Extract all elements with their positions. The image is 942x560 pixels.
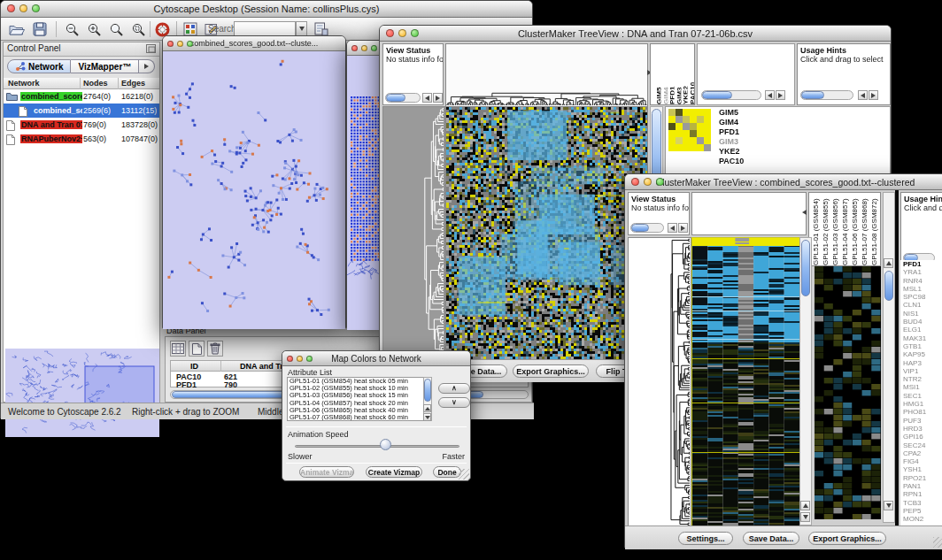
create-vizmap-button[interactable]: Create Vizmap <box>366 466 422 478</box>
done-button[interactable]: Done <box>433 466 461 478</box>
minimize-button[interactable] <box>644 178 652 186</box>
minimize-button[interactable] <box>177 41 183 47</box>
column-label: GPL51-06 (GSM865) <box>851 195 861 265</box>
zoom-heatmap-canvas[interactable] <box>815 266 881 519</box>
close-button[interactable] <box>287 356 293 362</box>
col-network[interactable]: Network <box>8 79 40 88</box>
tab-network[interactable]: Network <box>7 59 71 73</box>
col-edges[interactable]: Edges <box>121 79 145 88</box>
new-attribute-button[interactable] <box>189 341 205 357</box>
scroll-thumb[interactable] <box>702 91 732 99</box>
scroll-up-button[interactable] <box>423 404 431 412</box>
search-dropdown-button[interactable] <box>296 21 307 36</box>
move-up-button[interactable]: ∧ <box>438 383 470 394</box>
network-row[interactable]: RNAPuberNov2+| 563(0) 107847(0) <box>4 132 159 146</box>
scroll-up-button[interactable] <box>800 501 810 510</box>
zoom-button[interactable] <box>371 45 377 51</box>
animate-vizmap-button[interactable]: Animate Vizmap <box>299 466 354 478</box>
scroll-right-button[interactable] <box>433 93 443 103</box>
scroll-thumb[interactable] <box>801 240 810 296</box>
heatmap-canvas[interactable] <box>691 237 800 527</box>
zoom-button[interactable] <box>32 4 40 12</box>
network-canvas[interactable] <box>163 51 345 329</box>
scroll-left-button[interactable] <box>668 223 677 233</box>
network-nodes-count: 769(0) <box>83 120 106 129</box>
zoom-in-button[interactable] <box>85 20 103 38</box>
network-row[interactable]: DNA and Tran 07 769(0) 183728(0) <box>4 118 159 132</box>
network-row[interactable]: combined_scores 2764(0) 16218(0) <box>4 89 159 104</box>
zoom-button[interactable] <box>306 356 313 362</box>
minimize-button[interactable] <box>297 356 303 362</box>
dialog-title-bar[interactable]: Map Colors to Network <box>282 351 470 366</box>
scroll-right-button[interactable] <box>869 90 878 100</box>
network-overview-thumbnail[interactable] <box>5 349 159 437</box>
view-status-title: View Status <box>629 193 689 203</box>
export-graphics-button[interactable]: Export Graphics... <box>513 364 589 378</box>
attribute-select-button[interactable] <box>170 341 186 357</box>
animation-speed-slider-track[interactable] <box>295 445 459 448</box>
row-dendrogram-canvas[interactable] <box>382 106 445 360</box>
scroll-thumb[interactable] <box>386 94 405 102</box>
resize-grip[interactable] <box>933 537 942 548</box>
scroll-left-button[interactable] <box>858 90 868 100</box>
scroll-right-button[interactable] <box>776 90 785 100</box>
animation-speed-slider-thumb[interactable] <box>380 439 391 450</box>
heatmap-canvas[interactable] <box>445 106 648 360</box>
scroll-thumb[interactable] <box>801 91 824 99</box>
zoom-selected-button[interactable] <box>129 20 147 38</box>
attribute-list[interactable]: GPL51-01 (GSM854) heat shock 05 minGPL51… <box>287 377 432 421</box>
new-document-icon <box>192 343 202 355</box>
splitter-arrow-icon[interactable] <box>802 210 807 215</box>
float-panel-icon[interactable] <box>146 44 156 55</box>
scroll-down-button[interactable] <box>800 512 810 522</box>
scroll-left-button[interactable] <box>765 90 775 100</box>
delete-attribute-button[interactable] <box>207 341 223 357</box>
scroll-thumb[interactable] <box>631 224 649 232</box>
row-dendrogram-canvas[interactable] <box>628 237 691 527</box>
move-down-button[interactable]: ∨ <box>438 397 470 408</box>
gene-label: GIM5 <box>716 108 762 118</box>
attribute-item[interactable]: GPL51-07 (GSM868) heat shock 60 min <box>288 414 431 421</box>
zoom-button[interactable] <box>187 41 193 47</box>
scroll-up-button[interactable] <box>884 258 893 268</box>
close-button[interactable] <box>167 41 174 47</box>
close-button[interactable] <box>7 4 15 12</box>
treeview2-title-bar[interactable]: ClusterMaker TreeView : combined_scores_… <box>625 174 942 190</box>
scroll-thumb[interactable] <box>884 271 893 301</box>
resize-grip[interactable] <box>459 469 469 479</box>
search-input[interactable] <box>234 21 296 36</box>
column-dendrogram-area[interactable] <box>691 192 807 235</box>
column-dendrogram-canvas[interactable] <box>445 43 648 107</box>
scroll-left-button[interactable] <box>422 93 432 103</box>
treeview2-window: ClusterMaker TreeView : combined_scores_… <box>624 173 942 548</box>
main-title-bar[interactable]: Cytoscape Desktop (Session Name: collins… <box>1 1 532 18</box>
save-data-button[interactable]: Save Data... <box>743 532 799 545</box>
scroll-thumb[interactable] <box>424 379 431 402</box>
network-row[interactable]: combined_sco 2569(6) 13112(15) <box>4 104 159 118</box>
zoom-button[interactable] <box>411 29 419 37</box>
col-id[interactable]: ID <box>190 362 198 371</box>
minimize-button[interactable] <box>19 4 27 12</box>
arrow-right-icon <box>681 226 685 231</box>
col-nodes[interactable]: Nodes <box>83 79 108 88</box>
network-window-title-bar[interactable]: combined_scores_good.txt--cluste... <box>163 36 345 51</box>
tab-vizmapper[interactable]: VizMapper™ <box>71 59 139 73</box>
close-button[interactable] <box>631 178 639 186</box>
close-button[interactable] <box>351 45 358 51</box>
zoom-heatmap-canvas[interactable] <box>668 109 711 151</box>
zoom-fit-button[interactable] <box>107 20 125 38</box>
minimize-button[interactable] <box>398 29 406 37</box>
treeview1-title-bar[interactable]: ClusterMaker TreeView : DNA and Tran 07-… <box>380 26 891 42</box>
minimize-button[interactable] <box>361 45 367 51</box>
scroll-down-button[interactable] <box>884 501 893 510</box>
close-button[interactable] <box>386 29 394 37</box>
settings-button[interactable]: Settings... <box>678 532 733 545</box>
export-graphics-button[interactable]: Export Graphics... <box>808 532 886 545</box>
zoom-button[interactable] <box>656 178 664 186</box>
open-session-button[interactable] <box>8 20 26 38</box>
tab-overflow-button[interactable] <box>139 59 155 73</box>
save-session-button[interactable] <box>31 20 49 38</box>
scroll-down-button[interactable] <box>423 413 431 421</box>
scroll-right-button[interactable] <box>678 223 688 233</box>
zoom-out-button[interactable] <box>63 20 81 38</box>
